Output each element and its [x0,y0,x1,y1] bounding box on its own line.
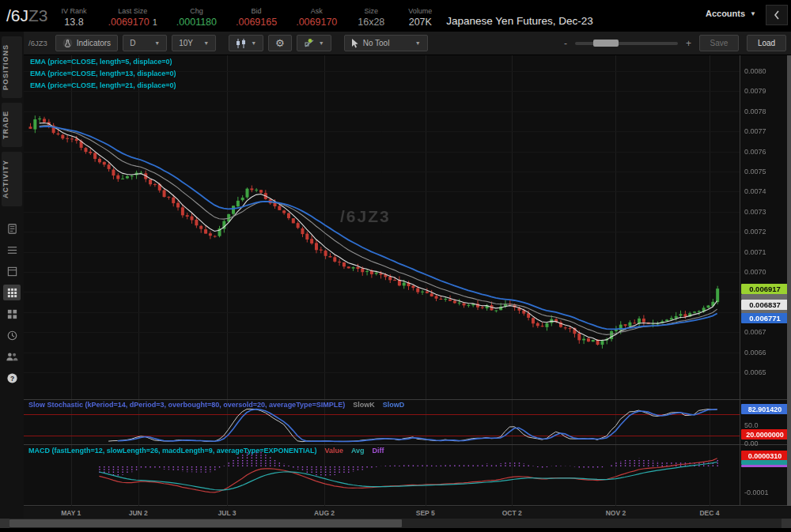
zoom-out-button[interactable]: - [564,38,567,49]
stat-value-number: .0001180 [176,17,217,28]
scrollbar-right-cap[interactable] [782,519,791,528]
stat-value-number: .0069170 [296,17,337,28]
timeframe-dropdown[interactable]: D ▼ [123,35,167,51]
stat-label: IV Rank [62,5,87,15]
price-tick: 0.0079 [744,87,766,95]
history-clock-icon[interactable] [3,327,21,343]
dom-icon[interactable] [3,263,21,279]
save-button[interactable]: Save [699,35,739,51]
ledger-icon[interactable] [3,242,21,258]
macd-legend-value: Value [324,447,343,455]
stat-value: .00691701 [108,15,157,28]
price-tick: 0.0076 [744,148,766,156]
active-tool-dropdown[interactable]: No Tool ▼ [344,35,428,51]
horizontal-scrollbar[interactable] [0,519,791,528]
chart-settings-button[interactable]: ⚙ [268,35,292,51]
stat-value: .0069170 [296,15,337,28]
people-icon[interactable] [3,349,21,364]
toolbar-symbol-label: /6JZ3 [28,39,47,47]
stat-label: Ask [311,5,323,15]
stochastic-tick: 0.00 [744,440,759,447]
chevron-down-icon: ▼ [319,40,324,46]
sidebar-tab-activity[interactable]: ACTIVITY [2,152,22,206]
instrument-description: Japanese Yen Futures, Dec-23 [446,6,592,27]
zoom-in-button[interactable]: + [686,38,691,49]
zoom-slider-thumb[interactable] [593,40,619,47]
time-axis-label: SEP 5 [416,509,435,517]
quote-stat: Last Size.00691701 [108,5,157,28]
timeframe-value: D [130,39,135,47]
stat-value-number: .0069170 [108,17,149,28]
symbol-title: /6JZ3 [0,6,59,25]
panel-divider[interactable] [24,399,791,400]
load-label: Load [758,39,775,47]
time-axis-label: JUL 3 [218,509,237,517]
cursor-icon [351,39,359,48]
stochastic-legend-slowk: SlowK [353,401,375,409]
scrollbar-thumb[interactable] [9,519,402,527]
news-icon[interactable] [3,221,21,236]
symbol-root: /6J [6,6,28,25]
accounts-label: Accounts [706,9,745,18]
macd-tick: -0.0001 [744,489,769,496]
time-axis-label: AUG 2 [314,509,335,517]
price-tick: 0.0078 [744,108,766,115]
stat-value: .0069165 [236,15,277,28]
flask-icon [62,38,73,48]
vertical-scrollbar[interactable] [787,55,791,506]
indicators-button[interactable]: Indicators [55,35,118,51]
gear-icon: ⚙ [275,38,285,48]
macd-legend-diff: Diff [373,447,384,455]
chevron-left-icon [774,10,780,20]
macd-label-text: MACD (fastLength=12, slowLength=26, macd… [28,447,316,455]
trading-platform-window: /6JZ3 IV Rank13.8Last Size.00691701Chg.0… [0,0,791,532]
quote-stats: IV Rank13.8Last Size.00691701Chg.0001180… [59,5,436,28]
time-axis-label: MAY 1 [61,509,81,517]
zoom-slider[interactable] [575,42,678,45]
active-tool-value: No Tool [363,39,390,47]
save-label: Save [710,39,729,47]
drawing-tools-dropdown[interactable]: ▼ [297,35,331,51]
macd-legend-avg: Avg [351,447,365,455]
price-axis[interactable]: 0.00800.00790.00780.00770.00760.00750.00… [740,55,791,506]
stochastic-study-label[interactable]: Slow Stochastic (kPeriod=14, dPeriod=3, … [28,401,404,409]
stat-value: 16x28 [358,15,384,28]
quote-stat: Volume207K [405,5,435,28]
ema-study-labels: EMA (price=CLOSE, length=5, displace=0)E… [30,58,176,93]
price-tick: 0.0072 [744,228,766,236]
chevron-down-icon: ▼ [154,40,160,46]
scrollbar-left-cap[interactable] [0,519,9,528]
stat-label: Chg [190,5,203,15]
chevron-down-icon: ▼ [750,10,756,17]
price-chart-canvas[interactable] [24,55,740,506]
time-axis[interactable]: MAY 1JUN 2JUL 3AUG 2SEP 5OCT 2NOV 2DEC 4 [24,507,791,519]
macd-study-label[interactable]: MACD (fastLength=12, slowLength=26, macd… [28,447,384,455]
chart-toolbar: /6JZ3 Indicators D ▼ 10Y ▼ ▼ ⚙ ▼ No Tool [24,32,791,55]
price-tick: 0.0067 [744,328,766,336]
sidebar-tab-trade[interactable]: TRADE [2,103,22,147]
help-icon[interactable]: ? [3,370,21,386]
stochastic-tick: 50.0 [744,421,759,429]
stat-value-number: 13.8 [64,17,83,28]
stat-value-qty: 1 [153,17,157,27]
price-tick: 0.0071 [744,248,766,256]
collapse-panel-button[interactable] [766,5,788,25]
indicators-label: Indicators [77,39,111,47]
panel-divider[interactable] [24,444,791,445]
accounts-dropdown[interactable]: Accounts ▼ [706,9,756,18]
range-dropdown[interactable]: 10Y ▼ [172,35,216,51]
chart-icon[interactable] [3,285,21,300]
chart-type-dropdown[interactable]: ▼ [229,35,263,51]
price-tick: 0.0070 [744,268,766,276]
sidebar-icon-rail: ? [3,221,21,386]
time-axis-label: DEC 4 [699,509,719,517]
price-tick: 0.0080 [744,67,766,75]
load-button[interactable]: Load [747,35,786,51]
chevron-down-icon: ▼ [415,40,421,46]
sidebar-tab-positions[interactable]: POSITIONS [2,36,22,98]
svg-text:?: ? [9,374,13,382]
grid-icon[interactable] [3,306,21,322]
price-tick: 0.0075 [744,168,766,175]
stat-label: Last Size [118,5,147,15]
stat-value-number: .0069165 [236,17,277,28]
